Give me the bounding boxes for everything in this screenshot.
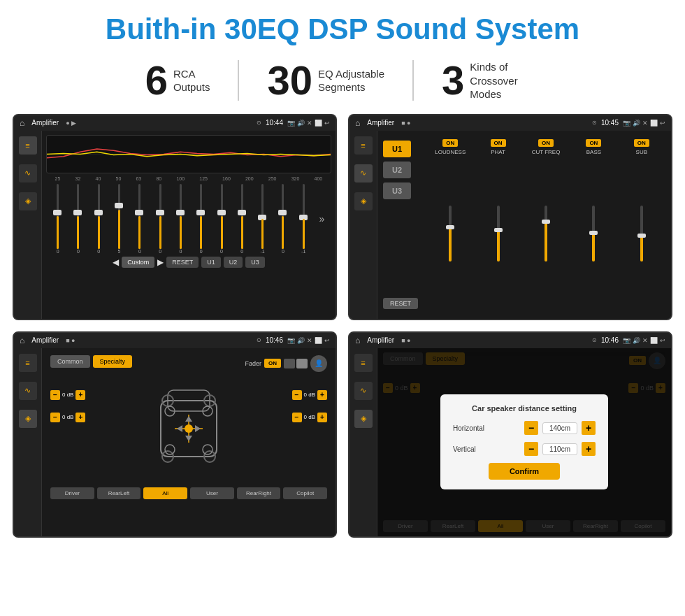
eq-main: 253240506380100125160200250320400 0 0 0 bbox=[42, 131, 336, 319]
crossover-reset-btn[interactable]: RESET bbox=[383, 298, 418, 309]
btn-rearleft[interactable]: RearLeft bbox=[97, 487, 141, 499]
eq-sidebar-eq[interactable]: ≡ bbox=[19, 136, 37, 155]
eq-sidebar-wave[interactable]: ∿ bbox=[19, 164, 37, 182]
crossover-sidebar: ≡ ∿ ◈ bbox=[349, 131, 377, 319]
ch-sub: ON SUB bbox=[619, 139, 664, 310]
ch-cutfreq-name: CUT FREQ bbox=[532, 149, 561, 155]
ch-sub-on: ON bbox=[634, 139, 649, 147]
page-header: Buith-in 30EQ DSP Sound System bbox=[0, 0, 685, 53]
sp-rl-plus[interactable]: + bbox=[75, 413, 85, 422]
sp-rl-minus[interactable]: − bbox=[50, 413, 60, 422]
stat-rca: 6 RCA Outputs bbox=[117, 60, 240, 101]
ch-loudness-slider[interactable] bbox=[449, 157, 452, 310]
tab-specialty[interactable]: Specialty bbox=[93, 355, 133, 368]
unit-u1-btn[interactable]: U1 bbox=[383, 141, 411, 157]
eq-slider-10[interactable]: -1 bbox=[258, 184, 268, 254]
eq-slider-8[interactable]: 0 bbox=[217, 184, 226, 254]
distance-sidebar-speaker[interactable]: ◈ bbox=[354, 410, 373, 428]
ch-phat-name: PHAT bbox=[491, 149, 505, 155]
distance-sidebar: ≡ ∿ ◈ bbox=[349, 348, 377, 536]
crossover-screen: ⌂ Amplifier ■ ● ⊙ 10:45 📷🔊✕⬜↩ ≡ ∿ ◈ U1 U… bbox=[348, 114, 672, 320]
ch-loudness: ON LOUDNESS bbox=[428, 139, 473, 310]
sp-fr-minus[interactable]: − bbox=[292, 390, 302, 400]
crossover-screen-title: Amplifier bbox=[367, 119, 394, 127]
eq-prev-arrow[interactable]: ◀ bbox=[113, 257, 119, 267]
crossover-sidebar-speaker[interactable]: ◈ bbox=[354, 192, 373, 210]
dialog-vertical-plus[interactable]: + bbox=[582, 442, 596, 456]
ch-phat-slider[interactable] bbox=[497, 157, 500, 310]
crossover-screen-content: ≡ ∿ ◈ U1 U2 U3 RESET ON LOUDNESS bbox=[349, 131, 671, 319]
fader-screen-title: Amplifier bbox=[31, 336, 59, 344]
eq-slider-6[interactable]: 0 bbox=[175, 184, 185, 254]
eq-slider-12[interactable]: -1 bbox=[298, 184, 308, 254]
crossover-home-icon: ⌂ bbox=[355, 118, 360, 128]
btn-rearright[interactable]: RearRight bbox=[237, 487, 281, 499]
eq-slider-1[interactable]: 0 bbox=[73, 184, 83, 254]
eq-slider-9[interactable]: 0 bbox=[237, 184, 247, 254]
eq-slider-7[interactable]: 0 bbox=[196, 184, 206, 254]
ch-cutfreq-slider[interactable] bbox=[545, 157, 547, 310]
eq-reset-btn[interactable]: RESET bbox=[166, 257, 199, 268]
ch-bass-name: BASS bbox=[586, 149, 601, 155]
fader-time: 10:46 bbox=[266, 336, 283, 344]
btn-driver[interactable]: Driver bbox=[50, 487, 94, 499]
left-controls: − 0 dB + − 0 dB + bbox=[50, 390, 85, 422]
dialog-vertical-minus[interactable]: − bbox=[524, 442, 538, 456]
ch-cutfreq: ON CUT FREQ bbox=[524, 139, 568, 310]
dialog-horizontal-row: Horizontal − 140cm + bbox=[453, 421, 596, 435]
svg-marker-17 bbox=[195, 425, 201, 432]
fader-tabs: Common Specialty bbox=[50, 355, 132, 368]
distance-main: Common Specialty ON 👤 − 0 dB + bbox=[377, 348, 671, 536]
eq-u3-btn[interactable]: U3 bbox=[245, 257, 265, 268]
distance-screen: ⌂ Amplifier ■ ● ⊙ 10:46 📷🔊✕⬜↩ ≡ ∿ ◈ bbox=[348, 331, 672, 538]
eq-slider-2[interactable]: 0 bbox=[94, 184, 103, 254]
ch-loudness-name: LOUDNESS bbox=[435, 149, 466, 155]
ch-phat: ON PHAT bbox=[475, 139, 520, 310]
eq-slider-5[interactable]: 0 bbox=[155, 184, 165, 254]
ch-bass-slider[interactable] bbox=[592, 157, 595, 310]
btn-all[interactable]: All bbox=[143, 487, 187, 499]
eq-u1-btn[interactable]: U1 bbox=[201, 257, 221, 268]
sp-fl-minus[interactable]: − bbox=[50, 390, 60, 400]
eq-slider-4[interactable]: 0 bbox=[135, 184, 145, 254]
dialog-vertical-ctrl: − 110cm + bbox=[524, 442, 596, 456]
btn-copilot[interactable]: Copilot bbox=[283, 487, 327, 499]
crossover-status-bar: ⌂ Amplifier ■ ● ⊙ 10:45 📷🔊✕⬜↩ bbox=[349, 115, 671, 131]
car-svg-container bbox=[150, 380, 227, 480]
dialog-horizontal-minus[interactable]: − bbox=[524, 421, 538, 435]
eq-u2-btn[interactable]: U2 bbox=[224, 257, 243, 268]
stat-eq-label: EQ Adjustable Segments bbox=[318, 67, 384, 94]
sp-fl-plus[interactable]: + bbox=[75, 390, 85, 400]
ch-sub-slider[interactable] bbox=[640, 157, 643, 310]
btn-user[interactable]: User bbox=[190, 487, 234, 499]
crossover-sidebar-wave[interactable]: ∿ bbox=[354, 164, 373, 182]
crossover-status-icons: 📷🔊✕⬜↩ bbox=[623, 120, 665, 127]
eq-sidebar-speaker[interactable]: ◈ bbox=[19, 192, 37, 210]
home-icon: ⌂ bbox=[20, 118, 24, 128]
eq-screen-content: ≡ ∿ ◈ 253240506380100125160200250320400 bbox=[14, 131, 336, 319]
dialog-vertical-value: 110cm bbox=[542, 443, 577, 455]
unit-u2-btn[interactable]: U2 bbox=[383, 162, 411, 178]
distance-sidebar-eq[interactable]: ≡ bbox=[354, 354, 373, 372]
stats-row: 6 RCA Outputs 30 EQ Adjustable Segments … bbox=[0, 53, 685, 114]
fader-sidebar-speaker[interactable]: ◈ bbox=[19, 410, 37, 428]
sp-fr-plus[interactable]: + bbox=[317, 390, 327, 400]
eq-slider-0[interactable]: 0 bbox=[53, 184, 63, 254]
crossover-sidebar-eq[interactable]: ≡ bbox=[354, 136, 373, 155]
fader-on-toggle[interactable]: ON bbox=[264, 359, 281, 368]
distance-sidebar-wave[interactable]: ∿ bbox=[354, 382, 373, 400]
fader-sidebar-wave[interactable]: ∿ bbox=[19, 382, 37, 400]
sp-rr-minus[interactable]: − bbox=[292, 413, 302, 422]
sp-rr-plus[interactable]: + bbox=[317, 413, 327, 422]
eq-custom-btn[interactable]: Custom bbox=[122, 257, 154, 268]
dialog-confirm-btn[interactable]: Confirm bbox=[489, 463, 560, 480]
eq-status-bar: ⌂ Amplifier ● ▶ ⊙ 10:44 📷🔊✕⬜↩ bbox=[14, 115, 336, 131]
tab-common[interactable]: Common bbox=[50, 355, 90, 368]
eq-slider-11[interactable]: 0 bbox=[278, 184, 288, 254]
fader-sidebar: ≡ ∿ ◈ bbox=[14, 348, 42, 536]
unit-u3-btn[interactable]: U3 bbox=[383, 182, 411, 199]
eq-slider-3[interactable]: 5 bbox=[115, 184, 124, 254]
dialog-horizontal-plus[interactable]: + bbox=[582, 421, 596, 435]
eq-next-arrow[interactable]: ▶ bbox=[157, 257, 164, 267]
fader-sidebar-eq[interactable]: ≡ bbox=[19, 354, 37, 372]
